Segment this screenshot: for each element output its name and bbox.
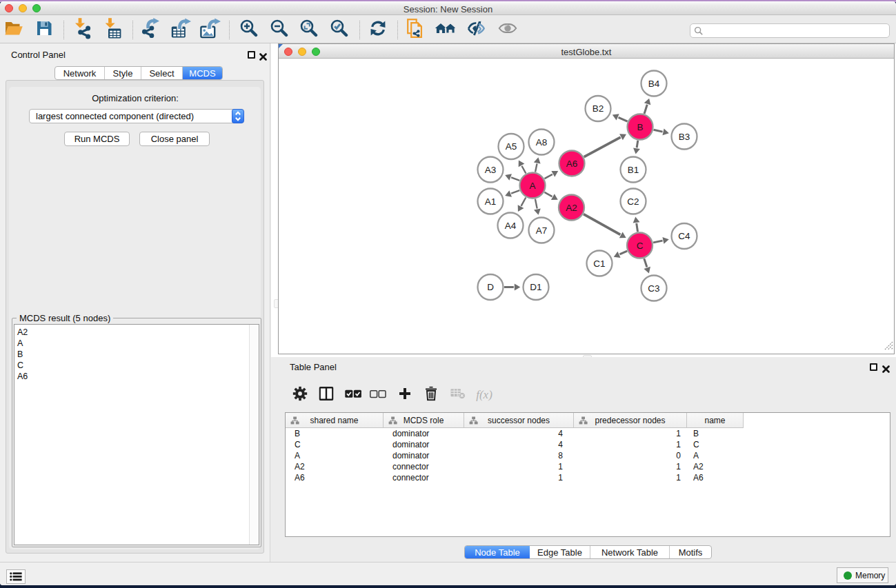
edge-A-A6[interactable] (544, 174, 552, 179)
show-all-icon[interactable] (499, 23, 517, 36)
mcds-result-item[interactable]: A (17, 338, 28, 349)
graph-node-label-A6: A6 (566, 159, 578, 169)
edge-C-C4[interactable] (653, 241, 662, 243)
import-network-icon[interactable] (73, 17, 92, 42)
graph-node-label-B: B (637, 122, 643, 132)
column-header-label: shared name (310, 416, 358, 425)
tab-select[interactable]: Select (141, 67, 183, 79)
result-list-scrollbar[interactable] (249, 325, 259, 545)
first-neighbors-icon[interactable] (435, 23, 457, 37)
run-mcds-button[interactable]: Run MCDS (64, 132, 130, 146)
edge-A-A1[interactable] (511, 190, 519, 194)
edge-arrowhead (644, 267, 650, 274)
save-session-icon[interactable] (37, 21, 52, 39)
zoom-in-icon[interactable] (240, 19, 258, 40)
open-file-icon[interactable] (5, 20, 23, 39)
tab-edge-table[interactable]: Edge Table (530, 546, 590, 558)
network-window-title: testGlobe.txt (279, 47, 894, 57)
tab-style[interactable]: Style (105, 67, 141, 79)
tab-network[interactable]: Network (55, 67, 105, 79)
zoom-out-icon[interactable] (270, 19, 288, 40)
mcds-result-item[interactable]: B (17, 349, 28, 360)
edge-C-C2[interactable] (637, 223, 638, 232)
edge-B-B4[interactable] (644, 105, 647, 114)
close-panel-icon[interactable] (259, 51, 267, 59)
edge-arrowhead (619, 134, 626, 140)
edge-A-A4[interactable] (521, 198, 526, 206)
table-row[interactable]: Cdominator41C (286, 439, 890, 450)
tab-network-table[interactable]: Network Table (590, 546, 670, 558)
export-image-icon[interactable] (200, 18, 221, 42)
edge-A-A3[interactable] (511, 177, 519, 181)
table-row[interactable]: A6connector11A6 (286, 472, 890, 483)
float-panel-icon[interactable] (248, 51, 255, 59)
toolbar-separator (63, 21, 64, 39)
edge-A2-C[interactable] (584, 214, 620, 235)
hide-selected-icon[interactable] (467, 21, 485, 39)
column-header-label: name (704, 416, 725, 425)
table-row[interactable]: A2connector11A2 (286, 461, 890, 472)
mcds-result-item[interactable]: C (17, 360, 28, 371)
network-canvas[interactable]: AA1A2A3A4A5A6A7A8BB1B2B3B4CC1C2C3C4DD1 (279, 59, 894, 354)
edge-B-B1[interactable] (637, 141, 638, 148)
close-panel-button[interactable]: Close panel (139, 132, 210, 146)
table-row[interactable]: Bdominator41B (286, 428, 890, 439)
edge-A-A5[interactable] (521, 166, 526, 174)
tab-mcds[interactable]: MCDS (183, 67, 222, 79)
export-network-icon[interactable] (142, 18, 160, 42)
column-header-name[interactable]: name (687, 413, 744, 428)
column-header-label: successor nodes (488, 416, 550, 425)
column-header-shared-name[interactable]: shared name (286, 413, 384, 428)
edge-A6-B[interactable] (584, 137, 621, 156)
zoom-fit-icon[interactable] (300, 19, 318, 40)
column-visibility-icon[interactable] (319, 387, 334, 403)
window-titlebar: Session: New Session (0, 1, 896, 15)
criterion-dropdown[interactable]: largest connected component (directed) (29, 109, 244, 123)
table-cell: 1 (574, 428, 687, 439)
edge-A-A2[interactable] (544, 192, 552, 196)
column-header-mcds-role[interactable]: MCDS role (384, 413, 464, 428)
import-table-icon[interactable] (103, 17, 123, 42)
graph-node-label-A: A (529, 181, 535, 191)
table-settings-icon[interactable] (293, 387, 308, 404)
tab-motifs[interactable]: Motifs (670, 546, 711, 558)
mcds-result-list[interactable]: A2ABCA6 (14, 324, 259, 545)
edge-A-A7[interactable] (535, 199, 537, 209)
column-type-icon (579, 416, 588, 425)
toolbar-separator (397, 21, 398, 39)
add-column-icon[interactable] (399, 387, 411, 403)
deselect-all-icon[interactable] (370, 389, 386, 401)
edge-A-A8[interactable] (535, 164, 537, 172)
search-field[interactable] (690, 23, 890, 38)
window-resize-grip-icon[interactable] (884, 341, 893, 353)
search-input[interactable] (706, 25, 885, 37)
graph-node-label-A2: A2 (566, 203, 577, 213)
table-row[interactable]: Adominator80A (286, 450, 890, 461)
graph-node-label-D: D (487, 282, 494, 292)
column-header-predecessor-nodes[interactable]: predecessor nodes (574, 413, 687, 428)
column-header-successor-nodes[interactable]: successor nodes (464, 413, 574, 428)
graph-node-label-C1: C1 (593, 258, 605, 269)
select-all-icon[interactable] (345, 389, 362, 401)
mcds-result-item[interactable]: A2 (17, 327, 28, 338)
table-cell: B (687, 428, 744, 439)
function-builder-icon[interactable]: f(x) (476, 388, 492, 402)
edge-B-B2[interactable] (619, 117, 628, 121)
edge-C-C3[interactable] (644, 258, 647, 267)
delete-table-icon[interactable] (450, 388, 466, 402)
delete-column-icon[interactable] (425, 387, 437, 404)
mcds-result-item[interactable]: A6 (17, 371, 28, 382)
apply-layout-icon[interactable] (370, 20, 386, 39)
memory-button[interactable]: Memory (837, 567, 888, 583)
main-toolbar (0, 15, 896, 43)
edge-C-C1[interactable] (619, 251, 627, 254)
tab-node-table[interactable]: Node Table (465, 546, 530, 558)
table-float-panel-icon[interactable] (870, 363, 877, 371)
zoom-selected-icon[interactable] (330, 19, 348, 40)
edge-B-B3[interactable] (654, 130, 663, 132)
table-cell: 1 (574, 461, 687, 472)
export-table-icon[interactable] (170, 18, 191, 42)
table-close-panel-icon[interactable] (882, 363, 890, 371)
new-network-from-selection-icon[interactable] (407, 19, 425, 41)
task-history-button[interactable] (6, 569, 26, 584)
